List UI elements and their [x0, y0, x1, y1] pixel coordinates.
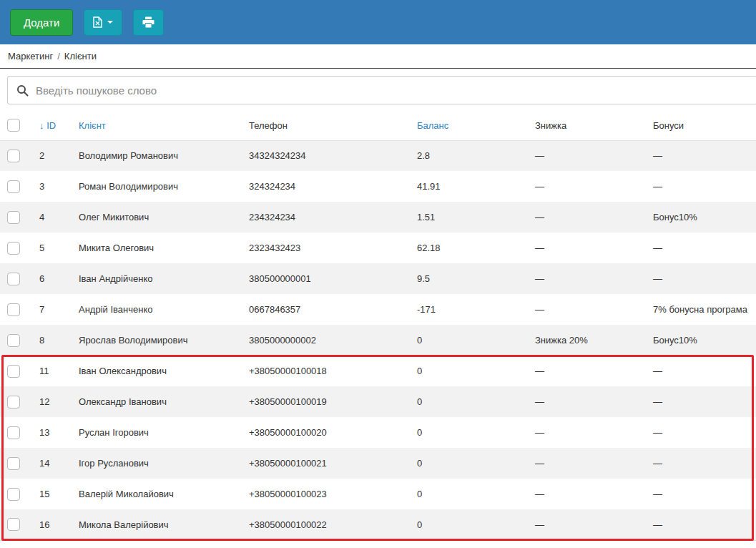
row-checkbox[interactable] — [7, 518, 20, 531]
row-checkbox[interactable] — [7, 334, 20, 347]
cell-bonus: — — [646, 386, 756, 417]
breadcrumb-item-marketing[interactable]: Маркетинг — [8, 51, 53, 62]
cell-id: 8 — [32, 325, 72, 356]
cell-bonus: — — [646, 356, 756, 386]
row-checkbox[interactable] — [7, 396, 20, 408]
table-row[interactable]: 2Володимир Романович343243242342.8—— — [0, 140, 756, 171]
table-row[interactable]: 6Іван Андрійченко3805000000019.5—— — [0, 263, 756, 294]
cell-phone: 324324234 — [242, 171, 410, 202]
cell-discount: — — [528, 448, 646, 479]
cell-phone: 2323432423 — [242, 233, 410, 263]
cell-id: 16 — [32, 509, 72, 540]
cell-id: 15 — [32, 479, 72, 509]
cell-id: 2 — [32, 140, 72, 171]
select-all-checkbox[interactable] — [7, 119, 20, 132]
header-discount[interactable]: Знижка — [528, 111, 646, 140]
table-header-row: ↓ ID Клієнт Телефон Баланс Знижка Бонуси — [0, 111, 756, 140]
cell-bonus: — — [646, 171, 756, 202]
row-checkbox[interactable] — [7, 457, 20, 470]
row-checkbox-cell — [0, 356, 32, 386]
cell-discount: Знижка 20% — [528, 325, 646, 356]
cell-client: Олександр Іванович — [72, 386, 242, 417]
row-checkbox[interactable] — [7, 242, 20, 255]
table-row[interactable]: 12Олександр Іванович+380500001000190—— — [0, 386, 756, 417]
cell-discount: — — [528, 263, 646, 294]
row-checkbox-cell — [0, 479, 32, 509]
header-phone[interactable]: Телефон — [242, 111, 410, 140]
cell-client: Ярослав Володимирович — [72, 325, 242, 356]
row-checkbox[interactable] — [7, 273, 20, 285]
row-checkbox[interactable] — [7, 365, 20, 378]
table-row[interactable]: 4Олег Микитович2343242341.51—Бонус10% — [0, 202, 756, 233]
cell-bonus: — — [646, 417, 756, 448]
cell-bonus: — — [646, 263, 756, 294]
row-checkbox-cell — [0, 294, 32, 325]
cell-client: Олег Микитович — [72, 202, 242, 233]
cell-discount: — — [528, 202, 646, 233]
excel-export-button[interactable] — [84, 9, 122, 36]
cell-balance: 1.51 — [410, 202, 528, 233]
header-id-label: ID — [46, 120, 56, 131]
print-button[interactable] — [133, 9, 164, 36]
cell-discount: — — [528, 294, 646, 325]
cell-phone: 234324234 — [242, 202, 410, 233]
table-row[interactable]: 3Роман Володимирович32432423441.91—— — [0, 171, 756, 202]
add-button[interactable]: Додати — [10, 9, 73, 36]
row-checkbox[interactable] — [7, 426, 20, 439]
breadcrumb-item-clients[interactable]: Клієнти — [64, 51, 97, 62]
header-id[interactable]: ↓ ID — [32, 111, 72, 140]
cell-id: 3 — [32, 171, 72, 202]
clients-table: ↓ ID Клієнт Телефон Баланс Знижка Бонуси… — [0, 111, 756, 541]
cell-bonus: 7% бонусна програма — [646, 294, 756, 325]
table-row[interactable]: 14Ігор Русланович+380500001000210—— — [0, 448, 756, 479]
cell-id: 12 — [32, 386, 72, 417]
row-checkbox[interactable] — [7, 180, 20, 193]
cell-bonus: Бонус10% — [646, 202, 756, 233]
table-row[interactable]: 11Іван Олександрович+380500001000180—— — [0, 356, 756, 386]
search-input[interactable] — [36, 84, 749, 97]
cell-id: 13 — [32, 417, 72, 448]
header-balance[interactable]: Баланс — [410, 111, 528, 140]
header-client[interactable]: Клієнт — [72, 111, 242, 140]
row-checkbox-cell — [0, 386, 32, 417]
cell-phone: 0667846357 — [242, 294, 410, 325]
row-checkbox[interactable] — [7, 488, 20, 501]
cell-balance: 2.8 — [410, 140, 528, 171]
table-row[interactable]: 8Ярослав Володимирович38050000000020Зниж… — [0, 325, 756, 356]
cell-id: 11 — [32, 356, 72, 386]
cell-phone: 34324324234 — [242, 140, 410, 171]
cell-balance: 0 — [410, 325, 528, 356]
row-checkbox[interactable] — [7, 150, 20, 162]
cell-discount: — — [528, 233, 646, 263]
row-checkbox-cell — [0, 202, 32, 233]
table-row[interactable]: 16Микола Валерійович+380500001000220—— — [0, 509, 756, 540]
header-bonus[interactable]: Бонуси — [646, 111, 756, 140]
cell-id: 7 — [32, 294, 72, 325]
select-all-cell — [0, 111, 32, 140]
cell-client: Микита Олегович — [72, 233, 242, 263]
table-row[interactable]: 5Микита Олегович232343242362.18—— — [0, 233, 756, 263]
row-checkbox-cell — [0, 509, 32, 540]
search-icon — [16, 84, 29, 97]
cell-discount: — — [528, 140, 646, 171]
cell-id: 4 — [32, 202, 72, 233]
breadcrumb-separator: / — [57, 51, 60, 62]
cell-bonus: Бонус10% — [646, 325, 756, 356]
sort-desc-icon: ↓ — [39, 120, 44, 131]
row-checkbox-cell — [0, 417, 32, 448]
cell-discount: — — [528, 509, 646, 540]
table-row[interactable]: 7Андрій Іванченко0667846357-171—7% бонус… — [0, 294, 756, 325]
row-checkbox[interactable] — [7, 303, 20, 316]
table-row[interactable]: 15Валерій Миколайович+380500001000230—— — [0, 479, 756, 509]
toolbar: Додати — [0, 0, 756, 44]
row-checkbox[interactable] — [7, 211, 20, 224]
table-row[interactable]: 13Руслан Ігорович+380500001000200—— — [0, 417, 756, 448]
cell-balance: 9.5 — [410, 263, 528, 294]
cell-phone: +38050000100018 — [242, 356, 410, 386]
cell-balance: 0 — [410, 356, 528, 386]
row-checkbox-cell — [0, 233, 32, 263]
cell-phone: +38050000100020 — [242, 417, 410, 448]
caret-down-icon — [107, 21, 113, 24]
cell-id: 14 — [32, 448, 72, 479]
search-row — [0, 69, 756, 111]
